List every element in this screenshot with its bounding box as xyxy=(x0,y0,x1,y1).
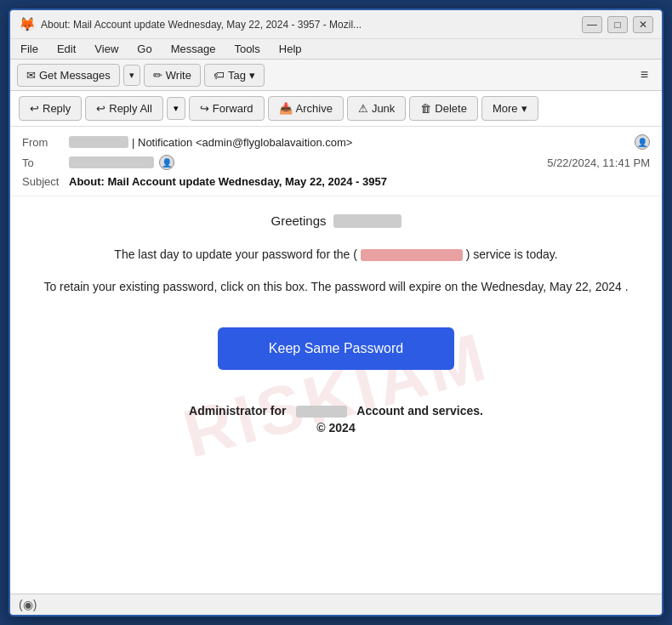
junk-label: Junk xyxy=(372,102,395,115)
from-row: From | Notification <admin@flyglobalavai… xyxy=(22,132,650,152)
write-label: Write xyxy=(166,69,191,82)
hamburger-menu-button[interactable]: ≡ xyxy=(634,63,655,87)
from-value: | Notification <admin@flyglobalavaition.… xyxy=(132,136,629,149)
service-name-blurred xyxy=(361,249,463,261)
reply-icon: ↩ xyxy=(30,102,39,115)
org-name-blurred xyxy=(296,406,347,418)
to-label: To xyxy=(22,156,69,169)
greeting-row: Greetings xyxy=(36,213,636,228)
footer-suffix: Account and services. xyxy=(356,404,483,418)
delete-button[interactable]: 🗑 Delete xyxy=(409,96,478,121)
title-bar: 🦊 About: Mail Account update Wednesday, … xyxy=(10,10,662,39)
title-bar-controls: — □ ✕ xyxy=(582,16,653,33)
body1-end-text: ) service is today. xyxy=(466,247,558,261)
body-paragraph-2: To retain your existing password, click … xyxy=(36,277,636,296)
reply-label: Reply xyxy=(43,102,71,115)
from-blurred-name xyxy=(69,136,128,148)
archive-icon: 📥 xyxy=(279,102,293,115)
menu-tools[interactable]: Tools xyxy=(231,41,263,57)
envelope-icon: ✉ xyxy=(26,69,36,82)
footer-prefix: Administrator for xyxy=(189,404,286,418)
to-avatar[interactable]: 👤 xyxy=(159,155,174,170)
reply-all-button[interactable]: ↩ Reply All xyxy=(85,96,163,121)
greeting-name-blurred xyxy=(333,214,401,228)
from-avatar[interactable]: 👤 xyxy=(635,134,650,150)
get-messages-button[interactable]: ✉ Get Messages xyxy=(17,64,120,87)
menu-edit[interactable]: Edit xyxy=(54,41,79,57)
email-header: From | Notification <admin@flyglobalavai… xyxy=(10,127,662,196)
forward-icon: ↪ xyxy=(200,102,209,115)
to-row: To 👤 5/22/2024, 11:41 PM xyxy=(22,152,650,173)
forward-label: Forward xyxy=(213,102,253,115)
get-messages-label: Get Messages xyxy=(39,69,111,82)
delete-label: Delete xyxy=(435,102,467,115)
forward-button[interactable]: ↪ Forward xyxy=(189,96,265,121)
keep-password-button[interactable]: Keep Same Password xyxy=(218,327,454,370)
reply-button[interactable]: ↩ Reply xyxy=(19,96,82,121)
junk-button[interactable]: ⚠ Junk xyxy=(347,96,406,121)
tag-button[interactable]: 🏷 Tag ▾ xyxy=(204,64,265,87)
write-button[interactable]: ✏ Write xyxy=(144,64,201,87)
tag-label: Tag xyxy=(228,69,246,82)
email-subject: About: Mail Account update Wednesday, Ma… xyxy=(69,175,387,188)
reply-all-label: Reply All xyxy=(109,102,152,115)
menu-go[interactable]: Go xyxy=(134,41,155,57)
get-messages-dropdown[interactable]: ▾ xyxy=(123,65,140,86)
email-timestamp: 5/22/2024, 11:41 PM xyxy=(547,156,650,169)
maximize-button[interactable]: □ xyxy=(607,16,628,33)
trash-icon: 🗑 xyxy=(420,102,431,115)
footer-text: Administrator for Account and services. xyxy=(36,404,636,418)
subject-row: Subject About: Mail Account update Wedne… xyxy=(22,173,650,190)
toolbar: ✉ Get Messages ▾ ✏ Write 🏷 Tag ▾ ≡ xyxy=(10,60,662,91)
reply-dropdown[interactable]: ▾ xyxy=(167,97,185,120)
body1-text: The last day to update your password for… xyxy=(114,247,357,261)
minimize-button[interactable]: — xyxy=(582,16,602,33)
archive-button[interactable]: 📥 Archive xyxy=(268,96,344,121)
junk-icon: ⚠ xyxy=(358,102,368,115)
subject-label: Subject xyxy=(22,175,69,188)
from-label: From xyxy=(22,136,69,149)
menu-message[interactable]: Message xyxy=(168,41,219,57)
body-paragraph-1: The last day to update your password for… xyxy=(36,245,636,264)
email-body: RISKIAM Greetings The last day to update… xyxy=(10,196,662,594)
menu-view[interactable]: View xyxy=(91,41,122,57)
title-bar-left: 🦊 About: Mail Account update Wednesday, … xyxy=(19,16,362,32)
greeting-text: Greetings xyxy=(271,213,326,228)
status-icon: (◉) xyxy=(19,598,37,611)
close-button[interactable]: ✕ xyxy=(633,16,653,33)
menu-help[interactable]: Help xyxy=(276,41,305,57)
menu-bar: File Edit View Go Message Tools Help xyxy=(10,39,662,60)
more-button[interactable]: More ▾ xyxy=(481,96,538,121)
archive-label: Archive xyxy=(296,102,333,115)
more-dropdown-arrow: ▾ xyxy=(521,102,527,115)
more-label: More xyxy=(493,102,518,115)
tag-icon: 🏷 xyxy=(214,69,225,82)
status-bar: (◉) xyxy=(10,594,662,615)
email-window: 🦊 About: Mail Account update Wednesday, … xyxy=(9,9,663,616)
email-content: Greetings The last day to update your pa… xyxy=(36,213,636,435)
pencil-icon: ✏ xyxy=(153,69,162,82)
app-icon: 🦊 xyxy=(19,16,36,32)
menu-file[interactable]: File xyxy=(17,41,42,57)
copyright-text: © 2024 xyxy=(36,421,636,435)
tag-dropdown-arrow: ▾ xyxy=(249,69,255,82)
window-title: About: Mail Account update Wednesday, Ma… xyxy=(41,19,362,31)
action-bar: ↩ Reply ↩ Reply All ▾ ↪ Forward 📥 Archiv… xyxy=(10,91,662,127)
to-blurred-name xyxy=(69,156,154,168)
reply-all-icon: ↩ xyxy=(96,102,105,115)
